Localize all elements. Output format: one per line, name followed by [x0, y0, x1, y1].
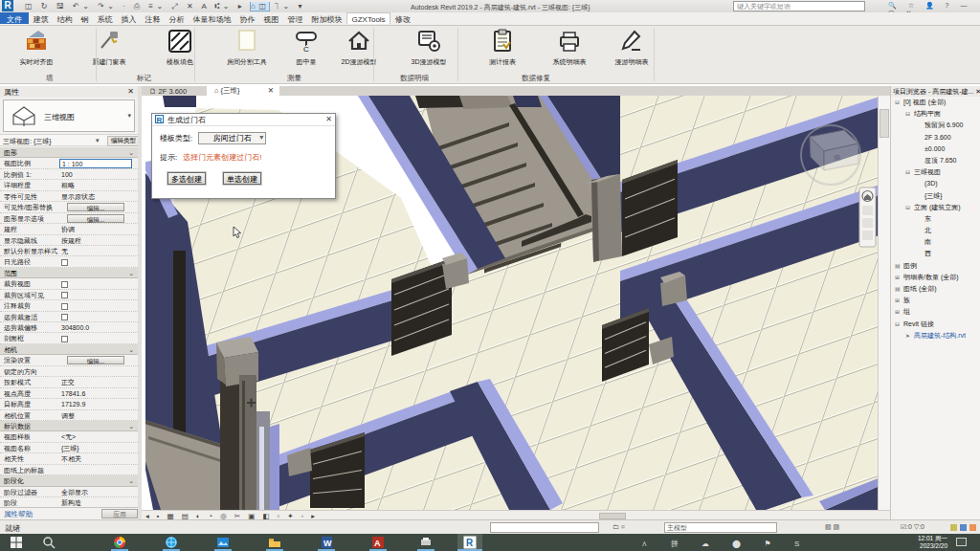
svg-text:A: A	[374, 539, 381, 548]
svg-text:R: R	[466, 538, 474, 548]
svg-text:南: 南	[834, 154, 841, 162]
svg-text:W: W	[323, 539, 332, 548]
svg-text:C: C	[303, 45, 309, 54]
